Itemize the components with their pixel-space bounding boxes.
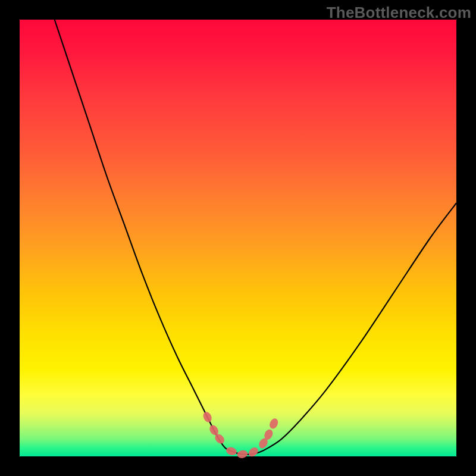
optimal-marker xyxy=(226,446,238,456)
bottleneck-curve-path xyxy=(55,20,456,455)
optimal-marker xyxy=(236,449,248,459)
curve-line xyxy=(55,20,456,455)
plot-area xyxy=(20,20,456,456)
watermark-text: TheBottleneck.com xyxy=(327,4,471,22)
optimal-markers-group xyxy=(202,411,280,459)
optimal-marker xyxy=(268,417,280,430)
chart-svg xyxy=(20,20,456,456)
optimal-marker xyxy=(202,411,214,424)
chart-frame: TheBottleneck.com xyxy=(0,0,476,476)
